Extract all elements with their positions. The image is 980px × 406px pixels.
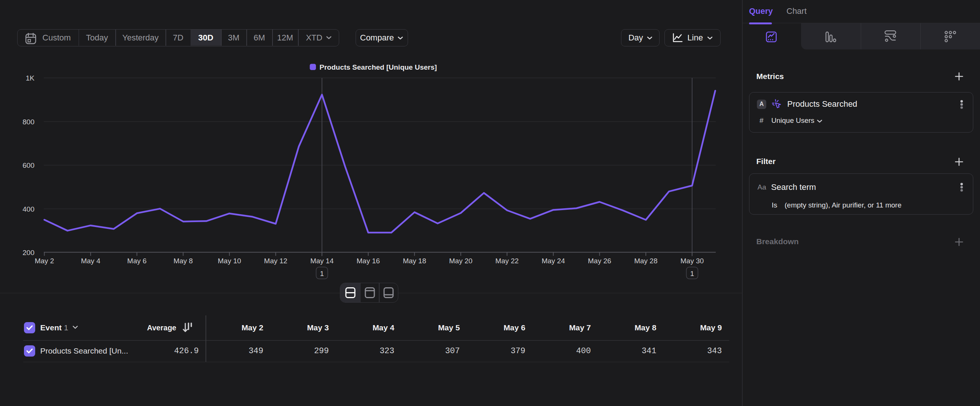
svg-text:1: 1	[690, 270, 694, 277]
svg-text:May 20: May 20	[449, 257, 473, 265]
svg-text:Products Searched [Unique User: Products Searched [Unique Users]	[320, 63, 437, 71]
svg-text:May 2: May 2	[35, 257, 54, 265]
svg-text:May 26: May 26	[588, 257, 611, 265]
svg-text:May 4: May 4	[81, 257, 100, 265]
svg-text:1: 1	[320, 270, 324, 277]
svg-text:200: 200	[22, 249, 35, 256]
svg-text:May 8: May 8	[173, 257, 193, 265]
svg-text:600: 600	[22, 161, 35, 169]
svg-text:May 24: May 24	[542, 257, 565, 265]
svg-text:May 6: May 6	[127, 257, 147, 265]
svg-text:May 10: May 10	[218, 257, 241, 265]
svg-text:May 22: May 22	[495, 257, 519, 265]
svg-text:400: 400	[22, 205, 35, 213]
svg-text:May 16: May 16	[357, 257, 380, 265]
svg-text:May 28: May 28	[634, 257, 657, 265]
svg-text:May 12: May 12	[264, 257, 287, 265]
svg-text:May 14: May 14	[310, 257, 334, 265]
svg-text:800: 800	[22, 118, 35, 126]
svg-text:May 30: May 30	[681, 257, 704, 265]
svg-text:1K: 1K	[26, 74, 35, 82]
svg-text:May 18: May 18	[403, 257, 426, 265]
